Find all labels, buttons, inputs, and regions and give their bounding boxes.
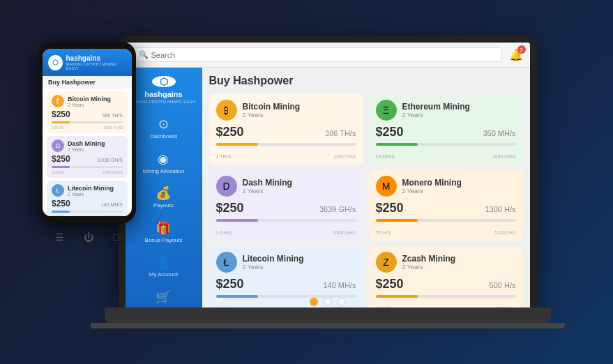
sidebar-label-my-account: My Account xyxy=(149,271,178,278)
phone-price-bitcoin: $250 xyxy=(52,109,70,119)
phone-slider-dash[interactable] xyxy=(52,166,123,168)
slider-thumb-litecoin: <> xyxy=(216,296,225,304)
slider-track-zcash xyxy=(376,295,516,298)
card-header-litecoin: Ł Litecoin Mining 2 Years xyxy=(216,252,356,273)
card-bitcoin[interactable]: ₿ Bitcoin Mining 2 Years $250 386 TH/s <… xyxy=(209,94,363,165)
zcash-icon: Z xyxy=(376,252,397,273)
card-title-zcash: Zcash Mining xyxy=(402,254,456,264)
card-price-row-monero: $250 1300 H/s xyxy=(376,201,516,215)
phone-price-litecoin: $250 xyxy=(52,199,70,208)
card-slider-monero[interactable]: <> xyxy=(376,219,516,229)
sidebar-item-bonus-payouts[interactable]: 🎁 Bonus Payouts xyxy=(142,215,184,250)
phone-max-dash: 1000 GH/S xyxy=(102,170,123,174)
card-ethereum[interactable]: Ξ Ethereum Mining 2 Years $250 350 MH/s … xyxy=(369,94,523,165)
notification-badge: 3 xyxy=(517,45,526,54)
payouts-icon: 💰 xyxy=(156,185,171,201)
sidebar-tagline: MAKING CRYPTO MINING EASY! xyxy=(128,100,199,104)
phone-card-dash[interactable]: D Dash Mining 2 Years $250 3,639 GH/S 1G… xyxy=(47,136,128,178)
sidebar-nav: ⊙ Dashboard ◉ Mining Allocation 💰 Payout… xyxy=(142,111,184,308)
phone-home-icon[interactable]: ⏻ xyxy=(84,232,93,243)
slider-labels-litecoin: 1 MH/S 1000 MH/s xyxy=(216,306,356,308)
card-price-dash: $250 xyxy=(216,201,244,215)
card-price-bitcoin: $250 xyxy=(216,125,244,139)
phone-section-title: Buy Hashpower xyxy=(43,76,132,89)
phone-bezel: ⬡ hashgains MAKING CRYPTO MINING EASY! B… xyxy=(38,42,136,223)
phone-max-bitcoin: 1000 TH/S xyxy=(103,126,123,130)
phone-screen: ⬡ hashgains MAKING CRYPTO MINING EASY! B… xyxy=(43,49,132,216)
search-icon: 🔍 xyxy=(139,50,149,59)
card-speed-dash: 3639 GH/s xyxy=(319,205,356,213)
card-title-ethereum: Ethereum Mining xyxy=(402,102,470,112)
phone-speed-dash: 3,639 GH/S xyxy=(97,158,123,162)
carousel-dot-0[interactable] xyxy=(310,298,318,306)
slider-thumb-bitcoin: <> xyxy=(216,144,225,152)
card-header-bitcoin: ₿ Bitcoin Mining 2 Years xyxy=(216,100,356,121)
laptop-base xyxy=(105,308,551,323)
phone-card-header-litecoin: Ł Litecoin Mining 2 Years xyxy=(52,184,123,197)
card-duration-litecoin: 2 Years xyxy=(243,264,304,271)
laptop-device: 🔍 🔔 3 ⬡ hashgains MAKING CRYPTO MINING E… xyxy=(119,36,537,328)
phone-fill-bitcoin xyxy=(52,121,70,123)
sidebar-logo: ⬡ xyxy=(152,76,176,87)
card-title-monero: Monero Mining xyxy=(402,178,462,188)
phone-app-header: ⬡ hashgains MAKING CRYPTO MINING EASY! xyxy=(43,49,132,76)
phone-card-header-dash: D Dash Mining 2 Years xyxy=(52,139,123,152)
litecoin-icon: Ł xyxy=(216,252,237,273)
carousel-dot-1[interactable] xyxy=(324,298,332,306)
phone-brand-name: hashgains xyxy=(66,54,127,62)
phone-min-litecoin: 1MH/S xyxy=(52,215,64,216)
phone-slider-bitcoin[interactable] xyxy=(52,121,123,123)
card-slider-dash[interactable]: <> xyxy=(216,219,356,229)
card-header-zcash: Z Zcash Mining 2 Years xyxy=(376,252,516,273)
carousel-dot-2[interactable] xyxy=(338,298,346,306)
laptop-bezel: 🔍 🔔 3 ⬡ hashgains MAKING CRYPTO MINING E… xyxy=(119,36,537,308)
app-topbar: 🔍 🔔 3 xyxy=(126,43,530,68)
card-title-dash: Dash Mining xyxy=(243,178,292,188)
phone-card-title-dash: Dash Mining xyxy=(68,140,105,147)
sidebar-item-mining-allocation[interactable]: ◉ Mining Allocation xyxy=(142,146,184,181)
phone-back-icon[interactable]: ☰ xyxy=(55,232,64,243)
laptop-screen: 🔍 🔔 3 ⬡ hashgains MAKING CRYPTO MINING E… xyxy=(126,43,530,308)
slider-track-bitcoin xyxy=(216,143,356,146)
mining-allocation-icon: ◉ xyxy=(158,151,169,167)
phone-recent-icon[interactable]: □ xyxy=(113,232,119,243)
card-dash[interactable]: D Dash Mining 2 Years $250 3639 GH/s <> … xyxy=(209,170,363,241)
slider-track-dash xyxy=(216,219,356,222)
search-box[interactable]: 🔍 xyxy=(133,47,502,62)
sidebar-item-dashboard[interactable]: ⊙ Dashboard xyxy=(142,111,184,146)
card-slider-zcash[interactable]: <> xyxy=(376,295,516,305)
card-price-row-zcash: $250 500 H/s xyxy=(376,277,516,291)
slider-track-ethereum xyxy=(376,143,516,146)
sidebar-item-shop[interactable]: 🛒 Shop xyxy=(142,284,184,308)
slider-thumb-dash: <> xyxy=(216,220,225,228)
card-speed-ethereum: 350 MH/s xyxy=(483,129,515,137)
search-input[interactable] xyxy=(151,51,496,59)
sidebar-item-payouts[interactable]: 💰 Payouts xyxy=(142,180,184,215)
sidebar-item-my-account[interactable]: 👤 My Account xyxy=(142,249,184,284)
slider-min-ethereum: 10 MH/S xyxy=(376,154,395,159)
phone-speed-bitcoin: 386 TH/S xyxy=(103,113,123,118)
phone-card-litecoin[interactable]: Ł Litecoin Mining 2 Years $250 140 MH/S … xyxy=(47,181,128,216)
slider-max-litecoin: 1000 MH/s xyxy=(333,306,356,308)
phone-slider-litecoin[interactable] xyxy=(52,211,123,213)
slider-labels-ethereum: 10 MH/S 1000 MH/s xyxy=(376,154,516,159)
phone-logo: ⬡ xyxy=(48,55,63,70)
card-slider-ethereum[interactable]: <> xyxy=(376,143,516,153)
card-header-dash: D Dash Mining 2 Years xyxy=(216,176,356,197)
card-monero[interactable]: M Monero Mining 2 Years $250 1300 H/s <>… xyxy=(369,170,523,241)
card-speed-bitcoin: 386 TH/s xyxy=(325,129,356,137)
slider-max-zcash: 1000 H/s xyxy=(496,306,515,308)
monero-icon: M xyxy=(376,176,397,197)
card-zcash[interactable]: Z Zcash Mining 2 Years $250 500 H/s <> 1… xyxy=(369,246,523,308)
slider-labels-zcash: 10 H/S 1000 H/s xyxy=(376,306,516,308)
card-slider-bitcoin[interactable]: <> xyxy=(216,143,356,153)
phone-card-bitcoin[interactable]: ₿ Bitcoin Mining 2 Years $250 386 TH/S 1… xyxy=(47,91,128,133)
phone-min-dash: 1GH/S xyxy=(52,170,64,174)
phone-max-litecoin: 1000 MH/S xyxy=(102,215,123,216)
phone-card-duration-litecoin: 2 Years xyxy=(68,192,114,197)
cards-grid: ₿ Bitcoin Mining 2 Years $250 386 TH/s <… xyxy=(209,94,523,308)
notification-icon[interactable]: 🔔 3 xyxy=(509,48,523,61)
card-price-zcash: $250 xyxy=(376,277,404,291)
phone-device: ⬡ hashgains MAKING CRYPTO MINING EASY! B… xyxy=(38,42,136,335)
bonus-payouts-icon: 🎁 xyxy=(156,220,171,236)
